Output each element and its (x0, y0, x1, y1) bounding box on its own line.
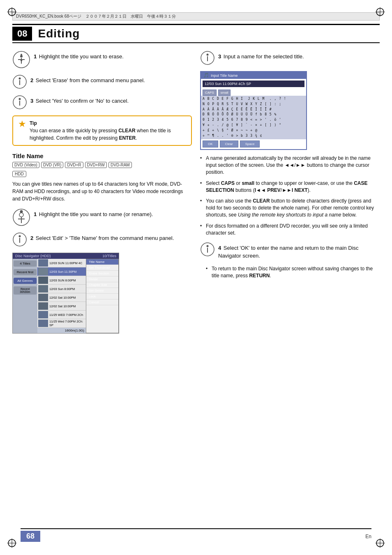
hdd-badge: HDD (12, 171, 26, 177)
tip-box: ★ Tip You can erase a title quickly by p… (12, 115, 192, 146)
step-2b-icon (12, 232, 27, 247)
ctx-menu-item-erasesection[interactable]: Erase Section (86, 271, 118, 276)
step-3-icon (12, 95, 27, 110)
thumb-6 (38, 302, 48, 310)
right-column: 3 Input a name for the selected title. 🎵… (200, 43, 380, 334)
disc-nav-sidebar: 4 Titles Recent first All Genres Recent3… (13, 259, 37, 333)
section-body-text: You can give titles new names of up to 6… (12, 180, 192, 203)
disc-badge-video: DVD (Video) (12, 162, 39, 168)
sidebar-item-4titles[interactable]: 4 Titles (14, 260, 37, 267)
table-row[interactable]: 12/03 SUN 11:00PM 4C (37, 259, 86, 267)
clear-button[interactable]: Clear (220, 140, 238, 147)
chapter-title: Editing (38, 27, 80, 40)
step-1-text: 1 Highlight the title you want to erase. (34, 51, 124, 60)
step-1b-title: 1 Highlight the title you want to name (… (12, 208, 192, 226)
ctx-menu-item-titlename[interactable]: Title Name (86, 259, 118, 265)
bullet-1: A name generated automatically by the re… (200, 155, 380, 175)
table-row[interactable]: 12/03 Sun 11:30PM (37, 267, 86, 276)
page-number: 68 (21, 531, 40, 542)
page-language: En (365, 534, 371, 539)
step-2-text: 2 Select 'Erase' from the command menu p… (30, 74, 145, 84)
step-4-ok: 4 Select 'OK' to enter the name and retu… (200, 242, 380, 259)
page-number-area: 68 En (21, 528, 371, 542)
bullet-list: A name generated automatically by the re… (200, 155, 380, 236)
step-1-icon: ● (12, 51, 30, 69)
ctx-menu-item-chapteredit[interactable]: Chapter Edit (86, 282, 118, 288)
caps-button[interactable]: CAPS (203, 90, 217, 96)
step-3b-icon (200, 51, 215, 65)
step-4-bullets: To return to the main Disc Navigator scr… (206, 265, 380, 279)
ok-button[interactable]: OK (203, 140, 218, 147)
table-row[interactable]: 12/02 Sat 10:00PM (37, 293, 86, 302)
step-2-erase: 2 Select 'Erase' from the command menu p… (12, 74, 192, 89)
row-info-1: 12/03 SUN 11:00PM 4C (49, 261, 85, 265)
context-menu: Title Name Set Thumbnail Erase Section D… (86, 259, 119, 333)
space-button[interactable]: Space (240, 140, 260, 147)
sidebar-item-recent2[interactable]: Recent30h30m (14, 286, 37, 295)
ctx-menu-item-divide[interactable]: Divide (86, 276, 118, 282)
input-title-field[interactable]: 12/03 Sun 11:00PM 4Ch SP (203, 81, 304, 87)
table-row[interactable]: 11/25 Wed 7:00PM 2Ch: SP (37, 319, 86, 328)
ctx-menu-item-lock[interactable]: Lock (86, 294, 118, 299)
disc-badge-dvdrw: DVD+RW (85, 162, 107, 168)
svg-point-22 (19, 98, 21, 100)
row-info-6: 12/02 Sat 10:00PM (49, 304, 85, 308)
row-info-7: 11/25 WED 7:00PM 2Ch (49, 313, 85, 317)
corner-mark-bl (7, 539, 16, 548)
svg-point-16 (21, 54, 22, 55)
file-path-bar: DVR650HK_KC_EN.book 68ページ ２００７年２月２１日 水曜日… (12, 12, 380, 21)
disc-badge-dvdram: DVD-RAM (108, 162, 132, 168)
thumb-5 (38, 294, 48, 301)
table-row[interactable]: 12/03 Sun 8:00PM (37, 285, 86, 293)
svg-point-26 (19, 213, 23, 217)
step-4-icon (200, 242, 215, 257)
input-title-buttons: OK Clear Space (201, 139, 306, 149)
input-title-bar: 🎵 Input Title Name (201, 72, 306, 79)
thumb-2 (38, 268, 48, 275)
disc-nav-footer: 1600m(1.0G) (37, 328, 86, 333)
disc-nav-title-bar: Disc Navigator (HDD) 10/Titles (13, 253, 119, 259)
small-button[interactable]: small (218, 90, 231, 96)
disc-badge-dvdr: DVD+R (65, 162, 83, 168)
step-3b-text: 3 Input a name for the selected title. (218, 51, 304, 60)
step-3b-input: 3 Input a name for the selected title. (200, 51, 380, 65)
sidebar-item-allgenres[interactable]: All Genres (14, 278, 37, 284)
table-row[interactable]: 12/02 Sat 10:00PM (37, 302, 86, 311)
tip-icon: ★ (18, 120, 26, 129)
corner-mark-tr (376, 7, 385, 16)
section-title: Title Name (12, 152, 192, 159)
thumb-7 (38, 311, 48, 318)
svg-point-19 (19, 78, 21, 80)
disc-nav-with-menu: 4 Titles Recent first All Genres Recent3… (13, 259, 119, 333)
svg-point-33 (207, 54, 209, 56)
table-row[interactable]: 11/25 WED 7:00PM 2Ch (37, 311, 86, 319)
thumb-8 (38, 320, 48, 327)
ctx-menu-item-setgenre[interactable]: Set Genre (86, 288, 118, 294)
sidebar-item-recent[interactable]: Recent first (14, 269, 37, 275)
step-1b-icon (12, 208, 30, 226)
step-4-bullet-1: To return to the main Disc Navigator scr… (206, 265, 380, 279)
table-row[interactable]: 12/03 SUN 8:00PM (37, 276, 86, 285)
corner-mark-tl (7, 7, 16, 16)
corner-mark-br (376, 539, 385, 548)
row-info-3: 12/03 SUN 8:00PM (49, 279, 85, 282)
ctx-menu-item-setthumbnail[interactable]: Set Thumbnail (86, 265, 118, 271)
row-info-8: 11/25 Wed 7:00PM 2Ch: SP (49, 320, 85, 327)
main-content: ● 1 Highlight the title you want to eras… (12, 43, 380, 334)
ctx-menu-item-cancel[interactable]: Cancel (86, 299, 118, 305)
bullet-4: For discs formatted on a different DVD r… (200, 223, 380, 237)
bullet-3: You can also use the CLEAR button to del… (200, 198, 380, 218)
svg-point-30 (19, 235, 21, 237)
input-title-chars-row: CAPS small (201, 89, 306, 96)
char-grid: A B C D E F G H I J K L M . , ? ! N O P … (201, 96, 306, 139)
bullet-2: Select CAPS or small to change to upper … (200, 180, 380, 194)
step-3-text: 3 Select 'Yes' to confirm or 'No' to can… (30, 95, 129, 105)
thumb-1 (38, 259, 48, 267)
disc-types-row: DVD (Video) DVD (VR) DVD+R DVD+RW DVD-RA… (12, 162, 192, 168)
step-2b-text: 2 Select 'Edit' > 'Title Name' from the … (30, 232, 174, 242)
row-info-5: 12/02 Sat 10:00PM (49, 296, 85, 299)
step-3-erase: 3 Select 'Yes' to confirm or 'No' to can… (12, 95, 192, 110)
disc-nav-content: 4 Titles Recent first All Genres Recent3… (13, 259, 86, 333)
row-info-2: 12/03 Sun 11:30PM (49, 270, 85, 274)
step-1b-text: 1 Highlight the title you want to name (… (34, 208, 153, 218)
